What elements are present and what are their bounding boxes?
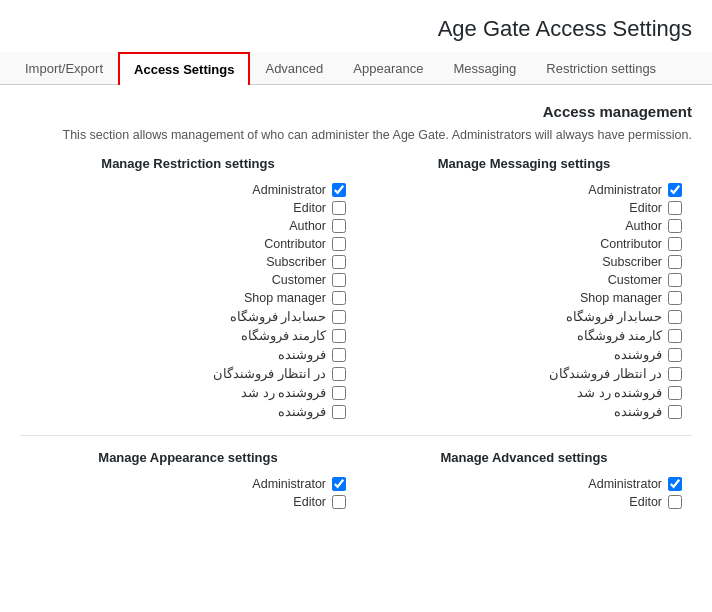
role-row: فروشنده [366, 345, 682, 364]
role-row: کارمند فروشگاه [30, 326, 346, 345]
role-checkbox[interactable] [668, 495, 682, 509]
role-checkbox[interactable] [332, 291, 346, 305]
role-checkbox[interactable] [332, 405, 346, 419]
role-checkbox[interactable] [332, 310, 346, 324]
role-checkbox[interactable] [668, 237, 682, 251]
role-label: Contributor [226, 237, 326, 251]
role-row: حسابدار فروشگاه [30, 307, 346, 326]
role-label: Administrator [226, 183, 326, 197]
role-row: Administrator [30, 475, 346, 493]
role-checkbox[interactable] [332, 386, 346, 400]
role-label: Editor [562, 495, 662, 509]
role-checkbox[interactable] [332, 273, 346, 287]
role-checkbox[interactable] [668, 273, 682, 287]
role-checkbox[interactable] [668, 386, 682, 400]
role-row: Subscriber [366, 253, 682, 271]
role-checkbox[interactable] [332, 477, 346, 491]
role-label: Shop manager [226, 291, 326, 305]
tab-restriction-settings[interactable]: Restriction settings [531, 52, 671, 85]
appearance-roles: AdministratorEditor [30, 475, 346, 511]
role-checkbox[interactable] [668, 405, 682, 419]
appearance-heading: Manage Appearance settings [30, 450, 346, 475]
page-title: Age Gate Access Settings [0, 0, 712, 52]
role-checkbox[interactable] [668, 255, 682, 269]
role-label: Customer [562, 273, 662, 287]
restriction-col: Manage Restriction settings Administrato… [20, 156, 356, 421]
role-checkbox[interactable] [668, 477, 682, 491]
role-row: کارمند فروشگاه [366, 326, 682, 345]
role-checkbox[interactable] [668, 183, 682, 197]
role-label: در انتظار فروشندگان [549, 366, 662, 381]
role-label: Administrator [562, 183, 662, 197]
advanced-heading: Manage Advanced settings [366, 450, 682, 475]
role-checkbox[interactable] [668, 310, 682, 324]
tab-access-settings[interactable]: Access Settings [118, 52, 250, 85]
role-checkbox[interactable] [332, 183, 346, 197]
role-row: Contributor [366, 235, 682, 253]
role-row: Customer [30, 271, 346, 289]
role-row: Editor [366, 199, 682, 217]
role-checkbox[interactable] [332, 201, 346, 215]
advanced-col: Manage Advanced settings AdministratorEd… [356, 450, 692, 511]
role-row: فروشنده رد شد [30, 383, 346, 402]
role-row: Contributor [30, 235, 346, 253]
tab-advanced[interactable]: Advanced [250, 52, 338, 85]
restriction-heading: Manage Restriction settings [30, 156, 346, 181]
role-label: فروشنده [226, 347, 326, 362]
role-row: Editor [366, 493, 682, 511]
role-label: Editor [562, 201, 662, 215]
tab-appearance[interactable]: Appearance [338, 52, 438, 85]
role-checkbox[interactable] [332, 367, 346, 381]
role-label: فروشنده رد شد [562, 385, 662, 400]
role-row: Author [30, 217, 346, 235]
role-label: فروشنده [562, 404, 662, 419]
role-label: Author [562, 219, 662, 233]
role-label: فروشنده [226, 404, 326, 419]
role-row: در انتظار فروشندگان [30, 364, 346, 383]
role-checkbox[interactable] [332, 495, 346, 509]
role-checkbox[interactable] [332, 255, 346, 269]
role-row: Editor [30, 493, 346, 511]
role-checkbox[interactable] [332, 348, 346, 362]
role-label: Shop manager [562, 291, 662, 305]
role-row: Subscriber [30, 253, 346, 271]
role-label: حسابدار فروشگاه [562, 309, 662, 324]
role-label: Customer [226, 273, 326, 287]
role-checkbox[interactable] [668, 348, 682, 362]
messaging-col: Manage Messaging settings AdministratorE… [356, 156, 692, 421]
top-columns-row: Manage Restriction settings Administrato… [20, 156, 692, 421]
divider [20, 435, 692, 436]
page-wrapper: Age Gate Access Settings Import/ExportAc… [0, 0, 712, 612]
role-checkbox[interactable] [668, 291, 682, 305]
role-row: Administrator [30, 181, 346, 199]
role-label: Editor [226, 495, 326, 509]
content-area: Access management .This section allows m… [0, 85, 712, 521]
role-row: Administrator [366, 181, 682, 199]
role-row: Editor [30, 199, 346, 217]
role-row: فروشنده رد شد [366, 383, 682, 402]
role-checkbox[interactable] [332, 237, 346, 251]
role-row: Administrator [366, 475, 682, 493]
role-label: کارمند فروشگاه [562, 328, 662, 343]
role-row: حسابدار فروشگاه [366, 307, 682, 326]
role-row: Customer [366, 271, 682, 289]
tab-import-export[interactable]: Import/Export [10, 52, 118, 85]
role-label: در انتظار فروشندگان [213, 366, 326, 381]
role-checkbox[interactable] [668, 367, 682, 381]
role-label: Contributor [562, 237, 662, 251]
role-row: در انتظار فروشندگان [366, 364, 682, 383]
role-row: فروشنده [30, 345, 346, 364]
role-row: Shop manager [366, 289, 682, 307]
messaging-heading: Manage Messaging settings [366, 156, 682, 181]
role-checkbox[interactable] [332, 329, 346, 343]
role-checkbox[interactable] [668, 329, 682, 343]
role-label: Administrator [562, 477, 662, 491]
role-checkbox[interactable] [668, 201, 682, 215]
info-text: .This section allows management of who c… [20, 124, 692, 156]
role-label: کارمند فروشگاه [226, 328, 326, 343]
appearance-col: Manage Appearance settings Administrator… [20, 450, 356, 511]
messaging-roles: AdministratorEditorAuthorContributorSubs… [366, 181, 682, 421]
tab-messaging[interactable]: Messaging [438, 52, 531, 85]
role-checkbox[interactable] [668, 219, 682, 233]
role-checkbox[interactable] [332, 219, 346, 233]
